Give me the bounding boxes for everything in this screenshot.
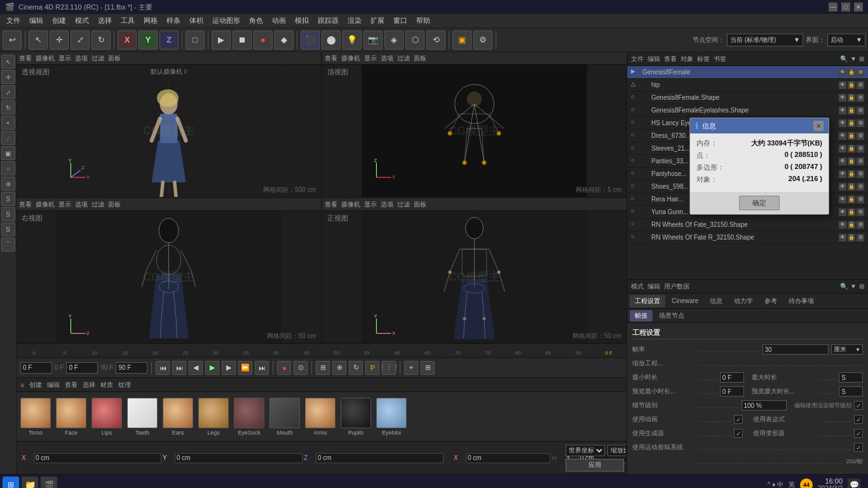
stop-btn[interactable]: ⏹ xyxy=(233,30,252,50)
light-tool[interactable]: 💡 xyxy=(342,30,362,50)
menu-mesh[interactable]: 网格 xyxy=(140,15,161,27)
menu-spline[interactable]: 样条 xyxy=(163,15,184,27)
vp-bl-options[interactable]: 选项 xyxy=(75,200,88,209)
vp-tl-view[interactable]: 查看 xyxy=(19,54,32,63)
vp-tr-camera[interactable]: 摄像机 xyxy=(341,54,360,63)
use-anim-checkbox[interactable]: ✓ xyxy=(734,415,743,424)
cube-tool[interactable]: ⬛ xyxy=(301,30,320,50)
timeline-settings2[interactable]: ⊕ xyxy=(332,361,346,375)
current-frame-input[interactable] xyxy=(20,362,52,374)
keyframe-btn[interactable]: ◆ xyxy=(275,30,294,50)
use-expr-checkbox[interactable]: ✓ xyxy=(854,415,863,424)
menu-render[interactable]: 渲染 xyxy=(344,15,365,27)
obj-vis-icon-2[interactable]: ⚙ xyxy=(857,183,864,191)
vp-tl-display[interactable]: 显示 xyxy=(58,54,71,63)
obj-vis-icon-1[interactable]: 🔒 xyxy=(848,221,855,229)
mat-select[interactable]: 选择 xyxy=(83,381,95,390)
material-ears[interactable]: Ears xyxy=(163,398,193,436)
menu-window[interactable]: 窗口 xyxy=(390,15,411,27)
lod-checkbox[interactable]: ✓ xyxy=(854,401,863,410)
vp-bl-view[interactable]: 查看 xyxy=(19,200,32,209)
viewport-right[interactable]: 查看 摄像机 显示 选项 过滤 面板 CG模型主 xyxy=(17,198,321,343)
obj-vis-icon-1[interactable]: 🔒 xyxy=(848,69,855,76)
timeline-settings5[interactable]: ⋮⋮⋮ xyxy=(382,361,396,375)
vp-bl-filter[interactable]: 过滤 xyxy=(92,200,104,209)
vp-tl-panel[interactable]: 面板 xyxy=(108,54,121,63)
props-filter-icon[interactable]: ▼ xyxy=(850,283,857,290)
obj-vis-icon-2[interactable]: ⚙ xyxy=(857,119,864,127)
filter-icon[interactable]: ▼ xyxy=(850,55,857,62)
menu-mograph[interactable]: 运动图形 xyxy=(208,15,244,27)
material-arms[interactable]: Arms xyxy=(305,398,336,436)
timeline-play-mode[interactable]: P xyxy=(365,361,379,375)
obj-tags[interactable]: 标签 xyxy=(697,55,710,64)
deformer-tool[interactable]: ⬡ xyxy=(405,30,424,50)
cinema4d-taskbar-btn[interactable]: 🎬 xyxy=(41,477,57,489)
obj-file[interactable]: 文件 xyxy=(631,55,644,64)
timeline-settings3[interactable]: ↻ xyxy=(349,361,363,375)
obj-vis-icon-0[interactable]: 👁 xyxy=(839,69,846,76)
obj-vis-icon-1[interactable]: 🔒 xyxy=(848,132,855,140)
vp-tr-options[interactable]: 选项 xyxy=(381,54,393,63)
obj-vis-icon-2[interactable]: ⚙ xyxy=(857,145,864,152)
minimize-btn[interactable]: — xyxy=(829,3,837,11)
search-icon[interactable]: 🔍 xyxy=(840,55,848,62)
sort-icon[interactable]: ⊞ xyxy=(859,55,864,62)
menu-select[interactable]: 选择 xyxy=(94,15,116,27)
menu-create[interactable]: 创建 xyxy=(48,15,70,27)
coord-h-input[interactable] xyxy=(466,453,550,463)
obj-vis-icon-0[interactable]: 👁 xyxy=(839,170,846,178)
obj-vis-icon-2[interactable]: ⚙ xyxy=(857,107,864,114)
obj-edit[interactable]: 编辑 xyxy=(648,55,660,64)
menu-tracker[interactable]: 跟踪器 xyxy=(314,15,342,27)
obj-vis-icon-2[interactable]: ⚙ xyxy=(857,208,864,216)
props-edit[interactable]: 编辑 xyxy=(648,282,660,291)
start-btn[interactable]: ⊞ xyxy=(3,477,19,489)
next-frame-btn[interactable]: ⏭ xyxy=(255,361,269,375)
obj-vis-icon-0[interactable]: 👁 xyxy=(839,221,846,229)
coord-space-select[interactable]: 世界坐标 xyxy=(566,445,605,456)
vp-bl-panel[interactable]: 面板 xyxy=(108,200,121,209)
left-rotate[interactable]: ↻ xyxy=(1,100,15,114)
obj-vis-icon-2[interactable]: ⚙ xyxy=(857,221,864,229)
left-s3[interactable]: S xyxy=(1,222,15,236)
obj-vis-icon-0[interactable]: 👁 xyxy=(839,81,846,89)
menu-simulate[interactable]: 模拟 xyxy=(291,15,313,27)
obj-vis-icon-1[interactable]: 🔒 xyxy=(848,94,855,102)
vp-tl-camera[interactable]: 摄像机 xyxy=(36,54,55,63)
material-torso[interactable]: Torso xyxy=(20,398,51,436)
tab-project-settings[interactable]: 工程设置 xyxy=(630,295,665,308)
apply-btn[interactable]: 应用 xyxy=(566,459,624,471)
vp-br-options[interactable]: 选项 xyxy=(381,200,393,209)
menu-animate[interactable]: 动画 xyxy=(268,15,290,27)
material-mouth[interactable]: Mouth xyxy=(269,398,300,436)
close-btn[interactable]: ✕ xyxy=(854,3,863,11)
fps-value[interactable]: 30 xyxy=(763,344,829,355)
menu-mode[interactable]: 模式 xyxy=(71,15,93,27)
tab-reference[interactable]: 参考 xyxy=(759,295,782,308)
material-eyemoi[interactable]: EyeMoi xyxy=(376,398,407,436)
render-settings[interactable]: ⚙ xyxy=(473,30,492,50)
file-explorer-btn[interactable]: 📁 xyxy=(22,477,38,489)
goto-start-btn[interactable]: ⏮ xyxy=(156,361,170,375)
material-teeth[interactable]: Teeth xyxy=(127,398,158,436)
tab-todo[interactable]: 待办事项 xyxy=(783,295,819,308)
obj-view[interactable]: 查看 xyxy=(664,55,677,64)
obj-vis-icon-1[interactable]: 🔒 xyxy=(848,119,855,127)
menu-edit[interactable]: 编辑 xyxy=(25,15,47,27)
obj-vis-icon-1[interactable]: 🔒 xyxy=(848,158,855,165)
obj-vis-icon-1[interactable]: 🔒 xyxy=(848,234,855,241)
material-legs[interactable]: Legs xyxy=(198,398,229,436)
auto-record[interactable]: ⊙ xyxy=(294,361,308,375)
mat-create[interactable]: 创建 xyxy=(29,381,42,390)
play-btn[interactable]: ▶ xyxy=(212,30,231,50)
vp-tl-options[interactable]: 选项 xyxy=(75,54,88,63)
coord-y-input[interactable] xyxy=(175,453,302,463)
camera-tool[interactable]: 📷 xyxy=(363,30,383,50)
scale-tool[interactable]: ⤢ xyxy=(71,30,90,50)
vp-bl-display[interactable]: 显示 xyxy=(58,200,71,209)
left-s2[interactable]: S xyxy=(1,207,15,221)
menu-volume[interactable]: 体积 xyxy=(186,15,207,27)
timeline-record2[interactable]: ⌖ xyxy=(404,361,418,375)
left-select[interactable]: ↖ xyxy=(1,55,15,69)
